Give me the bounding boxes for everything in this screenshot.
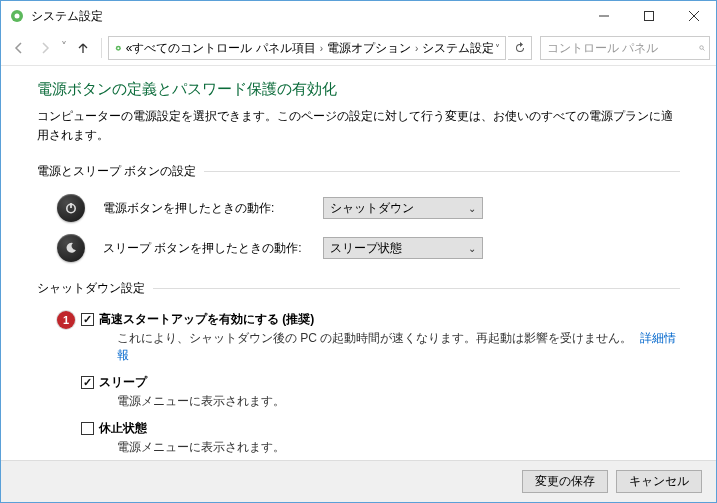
content-area: 電源ボタンの定義とパスワード保護の有効化 コンピューターの電源設定を選択できます… xyxy=(1,66,716,460)
toolbar-divider xyxy=(101,38,102,58)
close-button[interactable] xyxy=(671,1,716,31)
window-title: システム設定 xyxy=(31,8,581,25)
search-input[interactable] xyxy=(545,40,699,56)
page-title: 電源ボタンの定義とパスワード保護の有効化 xyxy=(37,80,680,99)
hibernate-desc: 電源メニューに表示されます。 xyxy=(117,439,680,456)
address-dropdown-icon[interactable]: ˅ xyxy=(494,43,501,54)
page-description: コンピューターの電源設定を選択できます。このページの設定に対して行う変更は、お使… xyxy=(37,107,680,145)
sleep-desc: 電源メニューに表示されます。 xyxy=(117,393,680,410)
combo-value: スリープ状態 xyxy=(330,240,402,257)
footer: 変更の保存 キャンセル xyxy=(1,460,716,502)
minimize-button[interactable] xyxy=(581,1,626,31)
power-button-row: 電源ボタンを押したときの動作: シャットダウン ⌄ xyxy=(37,194,680,222)
svg-rect-3 xyxy=(644,12,653,21)
svg-point-7 xyxy=(117,47,119,49)
power-button-combo[interactable]: シャットダウン ⌄ xyxy=(323,197,483,219)
power-icon xyxy=(57,194,85,222)
fast-startup-row: 1 高速スタートアップを有効にする (推奨) これにより、シャットダウン後の P… xyxy=(37,311,680,364)
sleep-checkbox[interactable] xyxy=(81,376,94,389)
sleep-label: スリープ xyxy=(99,375,147,389)
group-title: シャットダウン設定 xyxy=(37,280,680,297)
save-button[interactable]: 変更の保存 xyxy=(522,470,608,493)
app-icon xyxy=(9,8,25,24)
toolbar: ˅ « すべてのコントロール パネル項目 › 電源オプション › システム設定 … xyxy=(1,31,716,65)
breadcrumb[interactable]: « すべてのコントロール パネル項目 › 電源オプション › システム設定 ˅ xyxy=(108,36,506,60)
hibernate-row: 休止状態 電源メニューに表示されます。 xyxy=(37,420,680,456)
sleep-button-combo[interactable]: スリープ状態 ⌄ xyxy=(323,237,483,259)
breadcrumb-prefix[interactable]: « xyxy=(126,41,133,55)
sleep-icon xyxy=(57,234,85,262)
sleep-button-row: スリープ ボタンを押したときの動作: スリープ状態 ⌄ xyxy=(37,234,680,262)
breadcrumb-item[interactable]: システム設定 xyxy=(422,40,494,57)
maximize-button[interactable] xyxy=(626,1,671,31)
search-box[interactable] xyxy=(540,36,710,60)
fast-startup-checkbox[interactable] xyxy=(81,313,94,326)
fast-startup-label: 高速スタートアップを有効にする (推奨) xyxy=(99,312,314,326)
chevron-down-icon: ⌄ xyxy=(468,243,476,254)
svg-point-8 xyxy=(700,46,704,50)
fast-startup-desc: これにより、シャットダウン後の PC の起動時間が速くなります。再起動は影響を受… xyxy=(117,330,680,364)
address-icon xyxy=(115,40,122,56)
titlebar: システム設定 xyxy=(1,1,716,31)
group-power-sleep-buttons: 電源とスリープ ボタンの設定 電源ボタンを押したときの動作: シャットダウン ⌄… xyxy=(37,163,680,262)
back-button[interactable] xyxy=(7,36,31,60)
svg-point-1 xyxy=(15,14,20,19)
sleep-row: スリープ 電源メニューに表示されます。 xyxy=(37,374,680,410)
history-dropdown-icon[interactable]: ˅ xyxy=(61,40,67,54)
up-button[interactable] xyxy=(71,36,95,60)
chevron-down-icon: ⌄ xyxy=(468,203,476,214)
group-title: 電源とスリープ ボタンの設定 xyxy=(37,163,680,180)
breadcrumb-item[interactable]: 電源オプション xyxy=(327,40,411,57)
chevron-right-icon: › xyxy=(415,43,418,54)
search-icon xyxy=(699,42,705,54)
svg-line-9 xyxy=(703,49,705,51)
sleep-button-label: スリープ ボタンを押したときの動作: xyxy=(103,240,323,257)
cancel-button[interactable]: キャンセル xyxy=(616,470,702,493)
breadcrumb-item[interactable]: すべてのコントロール パネル項目 xyxy=(132,40,315,57)
fast-startup-desc-text: これにより、シャットダウン後の PC の起動時間が速くなります。再起動は影響を受… xyxy=(117,331,632,345)
power-button-label: 電源ボタンを押したときの動作: xyxy=(103,200,323,217)
hibernate-checkbox[interactable] xyxy=(81,422,94,435)
combo-value: シャットダウン xyxy=(330,200,414,217)
refresh-button[interactable] xyxy=(508,36,532,60)
annotation-marker: 1 xyxy=(57,311,75,329)
chevron-right-icon: › xyxy=(320,43,323,54)
hibernate-label: 休止状態 xyxy=(99,421,147,435)
group-shutdown-settings: シャットダウン設定 1 高速スタートアップを有効にする (推奨) これにより、シ… xyxy=(37,280,680,460)
forward-button[interactable] xyxy=(33,36,57,60)
